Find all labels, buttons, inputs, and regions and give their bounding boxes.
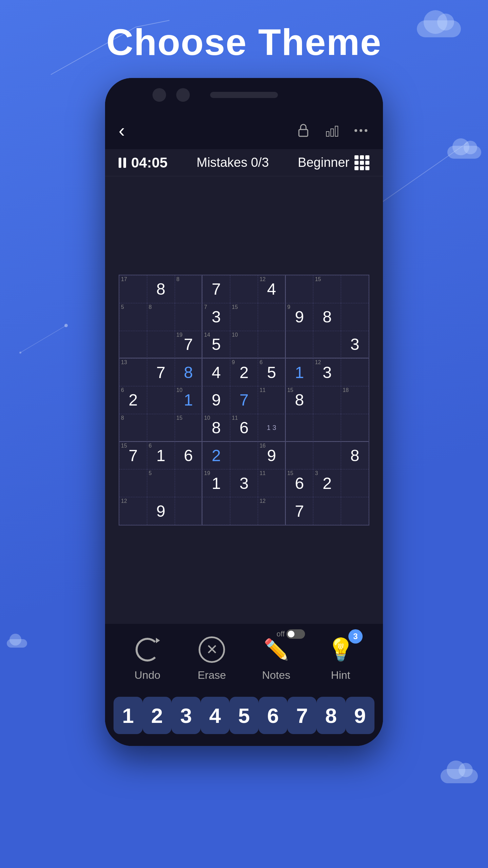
sudoku-cell[interactable]: 8 <box>147 303 175 331</box>
sudoku-cell[interactable]: 9 <box>147 497 175 525</box>
numpad-button-9[interactable]: 9 <box>346 697 375 734</box>
sudoku-cell[interactable] <box>313 414 341 442</box>
sudoku-cell[interactable]: 4 <box>202 358 230 386</box>
sudoku-cell[interactable]: 8 <box>175 275 203 303</box>
sudoku-cell[interactable]: 1 3 <box>258 414 286 442</box>
sudoku-cell[interactable]: 62 <box>119 386 147 414</box>
sudoku-cell[interactable]: 12 <box>258 497 286 525</box>
numpad-button-5[interactable]: 5 <box>229 697 259 734</box>
sudoku-cell[interactable]: 3 <box>341 331 369 359</box>
sudoku-cell[interactable]: 116 <box>230 414 258 442</box>
sudoku-cell[interactable]: 73 <box>202 303 230 331</box>
sudoku-cell[interactable]: 17 <box>119 275 147 303</box>
more-icon[interactable] <box>352 122 369 139</box>
sudoku-cell[interactable]: 101 <box>175 386 203 414</box>
sudoku-cell[interactable]: 169 <box>258 442 286 470</box>
undo-button[interactable]: Undo <box>132 634 163 682</box>
sudoku-cell[interactable] <box>147 331 175 359</box>
sudoku-cell[interactable] <box>119 469 147 497</box>
sudoku-cell[interactable]: 11 <box>258 469 286 497</box>
sudoku-cell[interactable]: 6 <box>175 442 203 470</box>
sudoku-cell[interactable] <box>230 275 258 303</box>
sudoku-cell[interactable] <box>341 358 369 386</box>
sudoku-cell[interactable]: 7 <box>202 275 230 303</box>
back-button[interactable]: ‹ <box>119 120 125 141</box>
sudoku-cell[interactable]: 7 <box>286 497 313 525</box>
sudoku-cell[interactable] <box>341 414 369 442</box>
numpad-button-3[interactable]: 3 <box>171 697 201 734</box>
sudoku-cell[interactable]: 92 <box>230 358 258 386</box>
sudoku-cell[interactable]: 145 <box>202 331 230 359</box>
sudoku-cell[interactable]: 15 <box>230 303 258 331</box>
sudoku-cell[interactable] <box>313 442 341 470</box>
sudoku-cell[interactable]: 5 <box>119 303 147 331</box>
sudoku-cell[interactable]: 32 <box>313 469 341 497</box>
numpad-button-4[interactable]: 4 <box>201 697 230 734</box>
sudoku-cell[interactable]: 15 <box>175 414 203 442</box>
sudoku-cell[interactable] <box>258 331 286 359</box>
sudoku-cell[interactable] <box>175 469 203 497</box>
sudoku-cell[interactable]: 12 <box>119 497 147 525</box>
toggle-switch[interactable] <box>286 629 305 639</box>
sudoku-cell[interactable] <box>230 442 258 470</box>
sudoku-cell[interactable] <box>341 303 369 331</box>
sudoku-cell[interactable] <box>341 497 369 525</box>
sudoku-cell[interactable]: 197 <box>175 331 203 359</box>
numpad-button-8[interactable]: 8 <box>317 697 346 734</box>
sudoku-cell[interactable]: 18 <box>341 386 369 414</box>
sudoku-cell[interactable]: 99 <box>286 303 313 331</box>
sudoku-cell[interactable]: 8 <box>341 442 369 470</box>
sudoku-cell[interactable] <box>119 331 147 359</box>
sudoku-cell[interactable] <box>147 386 175 414</box>
erase-button[interactable]: ✕ Erase <box>197 634 227 682</box>
sudoku-cell[interactable]: 8 <box>147 275 175 303</box>
sudoku-cell[interactable]: 123 <box>313 358 341 386</box>
sudoku-cell[interactable]: 9 <box>202 386 230 414</box>
sudoku-cell[interactable]: 65 <box>258 358 286 386</box>
numpad-button-7[interactable]: 7 <box>287 697 317 734</box>
sudoku-cell[interactable] <box>258 303 286 331</box>
sudoku-cell[interactable] <box>341 469 369 497</box>
sudoku-cell[interactable] <box>313 497 341 525</box>
sudoku-cell[interactable] <box>230 497 258 525</box>
sudoku-cell[interactable]: 108 <box>202 414 230 442</box>
numpad-button-1[interactable]: 1 <box>114 697 143 734</box>
notes-button[interactable]: ✏️ off Notes <box>261 634 291 682</box>
sudoku-cell[interactable]: 8 <box>175 358 203 386</box>
sudoku-cell[interactable]: 7 <box>230 386 258 414</box>
sudoku-cell[interactable]: 8 <box>119 414 147 442</box>
sudoku-cell[interactable] <box>313 331 341 359</box>
hint-button[interactable]: 💡 3 Hint <box>325 634 356 682</box>
grid-view-icon[interactable] <box>354 155 369 170</box>
sudoku-cell[interactable]: 191 <box>202 469 230 497</box>
sudoku-cell[interactable] <box>341 275 369 303</box>
numpad-button-2[interactable]: 2 <box>143 697 172 734</box>
sudoku-cell[interactable]: 156 <box>286 469 313 497</box>
sudoku-cell[interactable] <box>175 303 203 331</box>
sudoku-cell[interactable]: 7 <box>147 358 175 386</box>
sudoku-cell[interactable] <box>175 497 203 525</box>
notes-toggle[interactable]: off <box>277 629 305 639</box>
sudoku-cell[interactable]: 157 <box>119 442 147 470</box>
sudoku-cell[interactable]: 1 <box>286 358 313 386</box>
lock-icon[interactable] <box>295 122 312 139</box>
sudoku-cell[interactable]: 5 <box>147 469 175 497</box>
sudoku-cell[interactable]: 124 <box>258 275 286 303</box>
sudoku-cell[interactable]: 10 <box>230 331 258 359</box>
sudoku-cell[interactable] <box>286 275 313 303</box>
sudoku-cell[interactable] <box>313 386 341 414</box>
sudoku-cell[interactable]: 15 <box>313 275 341 303</box>
sudoku-cell[interactable] <box>202 497 230 525</box>
sudoku-cell[interactable]: 11 <box>258 386 286 414</box>
sudoku-cell[interactable]: 2 <box>202 442 230 470</box>
sudoku-cell[interactable] <box>286 442 313 470</box>
chart-icon[interactable] <box>324 122 341 139</box>
numpad-button-6[interactable]: 6 <box>259 697 288 734</box>
sudoku-cell[interactable] <box>286 331 313 359</box>
sudoku-cell[interactable]: 158 <box>286 386 313 414</box>
sudoku-cell[interactable]: 61 <box>147 442 175 470</box>
sudoku-cell[interactable] <box>286 414 313 442</box>
pause-icon[interactable] <box>119 158 126 168</box>
sudoku-cell[interactable] <box>147 414 175 442</box>
sudoku-cell[interactable]: 3 <box>230 469 258 497</box>
